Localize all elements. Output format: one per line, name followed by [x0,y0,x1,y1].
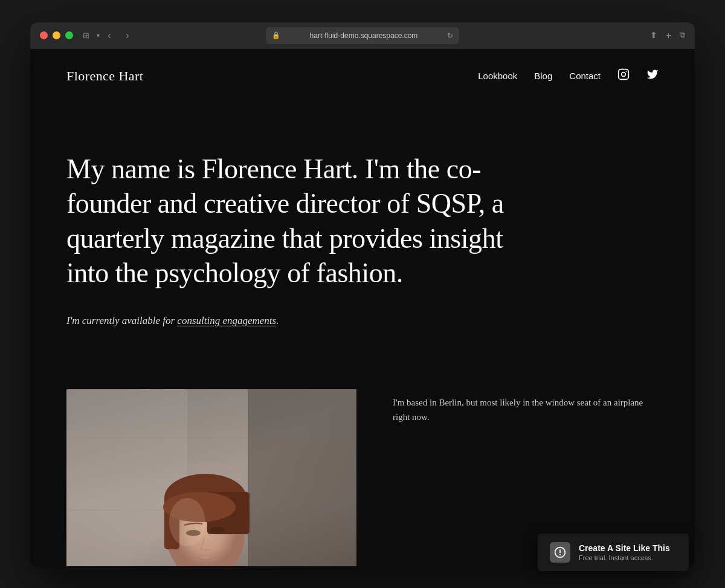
nav-contact[interactable]: Contact [569,71,601,81]
squarespace-cta-title: Create A Site Like This [579,543,670,553]
address-bar[interactable]: 🔒 hart-fluid-demo.squarespace.com ↻ [266,27,459,44]
svg-point-1 [622,73,626,77]
titlebar-controls: ⊞ ▾ [83,31,100,40]
duplicate-tab-icon[interactable]: ⧉ [680,30,685,41]
hero-subtext-before: I'm currently available for [66,315,177,326]
twitter-icon[interactable] [646,68,659,83]
website-content: Florence Hart Lookbook Blog Contact [30,49,695,566]
portrait-image [66,389,356,566]
url-text: hart-fluid-demo.squarespace.com [284,31,443,40]
hero-headline: My name is Florence Hart. I'm the co-fou… [66,152,526,291]
close-button[interactable] [40,31,48,39]
side-text: I'm based in Berlin, but most likely in … [393,395,659,425]
svg-rect-4 [248,389,356,566]
side-text-block: I'm based in Berlin, but most likely in … [393,389,659,425]
refresh-icon[interactable]: ↻ [447,31,453,40]
chevron-down-icon[interactable]: ▾ [97,32,100,39]
minimize-button[interactable] [53,31,60,39]
traffic-lights [40,31,73,39]
fullscreen-button[interactable] [65,31,73,39]
back-button[interactable]: ‹ [102,28,117,43]
nav-blog[interactable]: Blog [534,71,552,81]
hero-section: My name is Florence Hart. I'm the co-fou… [30,103,695,371]
instagram-icon[interactable] [617,68,630,83]
squarespace-logo [550,542,570,563]
new-tab-icon[interactable]: + [666,30,671,41]
svg-point-2 [626,71,627,73]
hero-subtext-after: . [276,315,279,326]
titlebar: ⊞ ▾ ‹ › 🔒 hart-fluid-demo.squarespace.co… [30,22,695,49]
site-header: Florence Hart Lookbook Blog Contact [30,49,695,103]
squarespace-cta-text: Create A Site Like This Free trial. Inst… [579,543,670,561]
titlebar-nav: ‹ › [102,28,135,43]
squarespace-banner[interactable]: Create A Site Like This Free trial. Inst… [538,534,689,571]
forward-button[interactable]: › [120,28,135,43]
site-nav: Lookbook Blog Contact [478,68,659,83]
share-icon[interactable]: ⬆ [650,30,657,41]
consulting-link[interactable]: consulting engagements [177,315,276,326]
svg-point-18 [169,498,205,546]
lock-icon: 🔒 [272,31,280,39]
mac-window: ⊞ ▾ ‹ › 🔒 hart-fluid-demo.squarespace.co… [30,22,695,566]
squarespace-cta-subtitle: Free trial. Instant access. [579,554,670,561]
svg-rect-0 [619,69,629,80]
svg-point-16 [210,527,225,533]
portrait-photo [66,389,356,566]
site-logo[interactable]: Florence Hart [66,68,143,84]
sidebar-toggle-icon[interactable]: ⊞ [83,31,89,40]
nav-lookbook[interactable]: Lookbook [478,71,517,81]
titlebar-actions: ⬆ + ⧉ [650,30,685,41]
hero-subtext: I'm currently available for consulting e… [66,312,659,329]
